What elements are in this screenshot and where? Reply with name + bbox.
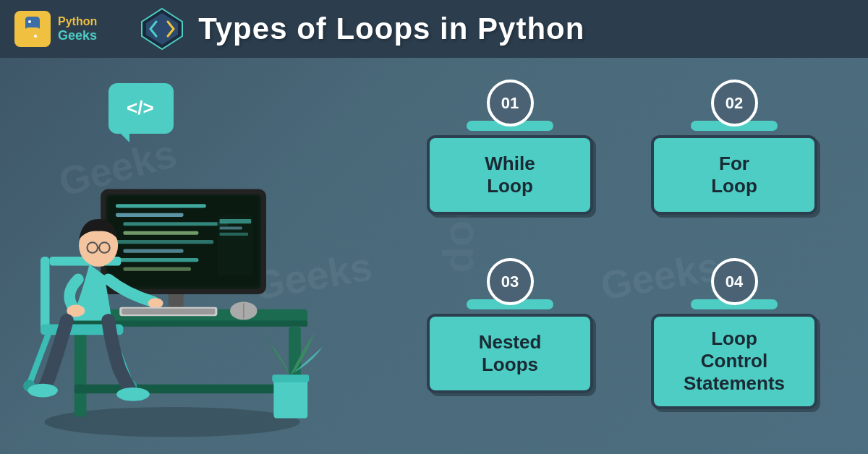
svg-point-42 (148, 298, 163, 309)
svg-rect-50 (272, 374, 309, 382)
background: Python Geeks Types of Loops in Python Ge… (0, 0, 868, 454)
svg-rect-19 (123, 222, 229, 226)
control-statements-title: LoopControlStatements (684, 327, 785, 395)
nested-loops-title: NestedLoops (479, 331, 542, 376)
loop-card-nested: NestedLoops (427, 314, 593, 393)
svg-rect-22 (123, 249, 183, 253)
logo-text: Python Geeks (58, 14, 97, 44)
svg-rect-21 (116, 240, 213, 244)
logo-area: Python Geeks (14, 11, 97, 47)
svg-rect-27 (220, 226, 242, 229)
svg-rect-46 (122, 309, 215, 314)
card-wrapper-01: 01 WhileLoop (398, 69, 622, 226)
number-label-03: 03 (501, 273, 519, 291)
header-center: Types of Loops in Python (140, 7, 584, 51)
while-loop-title: WhileLoop (485, 153, 535, 197)
logo-geeks: Geeks (58, 28, 97, 44)
python-diamond-logo (140, 7, 184, 51)
card-wrapper-02: 02 ForLoop (622, 69, 846, 226)
svg-rect-49 (273, 377, 307, 418)
svg-rect-23 (116, 258, 198, 262)
illustration-area: </> (22, 69, 398, 445)
svg-rect-28 (220, 233, 249, 236)
number-circle-02: 02 (711, 80, 758, 127)
page-title: Types of Loops in Python (198, 12, 584, 46)
loop-card-for: ForLoop (651, 135, 817, 215)
svg-point-2 (34, 35, 37, 38)
number-label-02: 02 (726, 94, 743, 113)
loop-card-control: LoopControlStatements (651, 314, 817, 409)
loop-card-while: WhileLoop (427, 135, 593, 215)
number-circle-01: 01 (487, 80, 534, 127)
number-circle-03: 03 (487, 258, 534, 305)
card-wrapper-03: 03 NestedLoops (398, 247, 622, 420)
svg-rect-26 (220, 219, 252, 223)
number-circle-04: 04 (711, 258, 758, 305)
number-label-04: 04 (726, 273, 743, 291)
svg-point-1 (28, 20, 31, 23)
svg-point-43 (27, 384, 58, 398)
svg-rect-18 (116, 213, 184, 217)
svg-point-44 (116, 387, 150, 401)
content-area: 01 WhileLoop 02 ForLoop 03 NestedLoops (398, 69, 846, 445)
svg-rect-20 (123, 231, 198, 235)
svg-rect-24 (123, 267, 191, 271)
illustration-svg (22, 69, 398, 445)
python-snake-logo (14, 11, 51, 47)
svg-rect-17 (116, 204, 206, 207)
svg-rect-9 (75, 327, 87, 417)
card-wrapper-04: 04 LoopControlStatements (622, 247, 846, 420)
svg-rect-25 (217, 215, 253, 275)
svg-rect-29 (41, 257, 49, 332)
for-loop-title: ForLoop (711, 153, 757, 197)
header-bar: Python Geeks Types of Loops in Python (0, 0, 868, 58)
logo-python: Python (58, 14, 97, 28)
number-label-01: 01 (501, 94, 519, 113)
svg-rect-11 (75, 385, 301, 393)
